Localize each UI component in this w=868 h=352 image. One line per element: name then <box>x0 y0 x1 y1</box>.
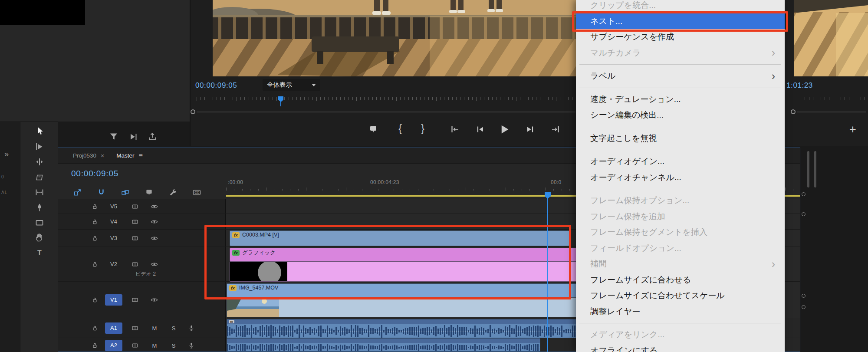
context-menu-item[interactable]: フレームサイズに合わせる <box>576 272 785 288</box>
track-label-v1[interactable]: V1 <box>105 294 122 306</box>
context-menu-item[interactable]: オーディオチャンネル... <box>576 170 785 186</box>
mute-button[interactable]: M <box>150 325 159 331</box>
timeline-tab-master[interactable]: Master≡ <box>116 148 143 163</box>
track-lock-icon[interactable] <box>91 296 99 303</box>
sync-lock-icon[interactable] <box>131 234 139 242</box>
track-select-forward-tool[interactable] <box>33 141 45 152</box>
play-in-to-out-button[interactable] <box>127 130 140 143</box>
scrub-tick <box>324 97 325 100</box>
expand-panel-chevrons-icon[interactable]: » <box>4 150 9 159</box>
hand-tool[interactable] <box>33 231 45 243</box>
context-menu-item[interactable]: フレームサイズに合わせてスケール <box>576 288 785 304</box>
voiceover-record-icon[interactable] <box>187 342 195 349</box>
waveform-bar <box>340 326 341 336</box>
step-back-button[interactable] <box>473 122 487 136</box>
sync-lock-icon[interactable] <box>131 218 139 226</box>
right-monitor-scrub-ruler[interactable] <box>790 95 868 115</box>
context-menu-item[interactable]: 調整レイヤー <box>576 304 785 320</box>
timeline-tab-proj0530[interactable]: Proj0530× <box>73 148 104 163</box>
context-menu-item[interactable]: 速度・デュレーション... <box>576 92 785 108</box>
selection-tool[interactable] <box>33 125 45 137</box>
scrub-tick <box>540 97 540 100</box>
close-tab-icon[interactable]: × <box>101 152 104 159</box>
mute-button[interactable]: M <box>150 342 159 349</box>
track-height-knob[interactable] <box>802 212 806 216</box>
track-lock-icon[interactable] <box>91 218 99 225</box>
track-height-knob[interactable] <box>802 192 806 196</box>
go-to-out-button[interactable] <box>549 122 562 136</box>
captions-button-icon[interactable]: CC <box>192 188 201 197</box>
razor-tool[interactable] <box>33 171 45 183</box>
track-lock-icon[interactable] <box>91 260 99 268</box>
track-output-eye-icon[interactable] <box>150 296 158 304</box>
context-menu-item[interactable]: オフラインにする... <box>576 343 785 352</box>
scrub-tick <box>809 97 809 100</box>
track-lock-icon[interactable] <box>91 342 99 349</box>
track-output-eye-icon[interactable] <box>150 234 158 242</box>
mark-in-button[interactable]: { <box>393 122 407 136</box>
track-label-a2[interactable]: A2 <box>105 340 122 351</box>
rectangle-tool[interactable] <box>33 217 45 228</box>
track-height-knob[interactable] <box>802 294 806 298</box>
zoom-level-dropdown[interactable]: 全体表示 <box>263 79 320 91</box>
menu-item-label: ラベル <box>590 70 615 82</box>
add-marker-button-icon[interactable] <box>145 188 154 197</box>
zoom-handle[interactable] <box>191 109 195 114</box>
waveform-bar <box>494 329 495 334</box>
insert-as-nest-toggle-icon[interactable] <box>73 188 82 197</box>
waveform-bar <box>509 325 510 337</box>
timeline-settings-button-icon[interactable] <box>168 188 178 197</box>
sync-lock-icon[interactable] <box>131 296 139 304</box>
linked-selection-toggle-icon[interactable] <box>121 188 130 197</box>
scrub-tick <box>504 97 504 100</box>
track-label-v4[interactable]: V4 <box>105 216 122 227</box>
mark-out-button[interactable]: } <box>416 122 430 136</box>
context-menu-item[interactable]: ラベル› <box>576 68 785 84</box>
program-scrub-ruler[interactable] <box>190 95 577 115</box>
go-to-in-button[interactable] <box>448 122 462 136</box>
pen-tool[interactable] <box>33 201 45 213</box>
track-output-eye-icon[interactable] <box>150 260 158 268</box>
add-marker-button[interactable] <box>366 122 380 136</box>
track-output-eye-icon[interactable] <box>150 217 158 226</box>
waveform-bar <box>394 327 395 336</box>
button-editor-plus-button[interactable]: + <box>845 122 860 137</box>
solo-button[interactable]: S <box>169 325 178 331</box>
solo-button[interactable]: S <box>169 342 178 349</box>
context-menu-item[interactable]: オーディオゲイン... <box>576 154 785 170</box>
track-output-eye-icon[interactable] <box>150 202 158 211</box>
play-button[interactable] <box>497 122 511 136</box>
clip-audio-a2[interactable] <box>227 338 540 352</box>
context-menu-item[interactable]: シーン編集の検出... <box>576 107 785 123</box>
panel-menu-icon[interactable]: ≡ <box>139 152 143 160</box>
sync-lock-icon[interactable] <box>131 324 139 332</box>
sync-lock-icon[interactable] <box>131 203 139 211</box>
vertical-scrollbar[interactable] <box>807 151 809 188</box>
track-label-v5[interactable]: V5 <box>105 201 122 212</box>
type-tool[interactable]: T <box>33 247 45 258</box>
track-label-v3[interactable]: V3 <box>105 233 122 244</box>
export-frame-button[interactable] <box>146 130 159 143</box>
ripple-edit-tool[interactable] <box>33 156 45 168</box>
track-lock-icon[interactable] <box>91 324 99 332</box>
track-lock-icon[interactable] <box>91 203 99 210</box>
sync-lock-icon[interactable] <box>131 342 139 349</box>
waveform-bar <box>340 345 341 351</box>
snap-toggle-icon[interactable] <box>97 188 106 197</box>
track-lock-icon[interactable] <box>91 234 99 242</box>
track-header-v2: V2ビデオ 2 <box>58 247 226 281</box>
sync-lock-icon[interactable] <box>131 260 139 268</box>
slip-tool[interactable] <box>33 186 45 198</box>
context-menu-item[interactable]: 文字起こしを無視 <box>576 131 785 147</box>
track-label-v2[interactable]: V2 <box>105 259 122 270</box>
waveform-bar <box>392 345 393 349</box>
track-height-knob[interactable] <box>802 305 806 309</box>
waveform-bar <box>322 329 324 334</box>
vertical-scrollbar[interactable] <box>814 151 816 188</box>
filter-button[interactable] <box>107 130 120 143</box>
voiceover-record-icon[interactable] <box>187 324 195 332</box>
step-forward-button[interactable] <box>523 122 537 136</box>
zoom-handle[interactable] <box>791 109 796 114</box>
track-label-a1[interactable]: A1 <box>105 322 122 334</box>
waveform-bar <box>255 345 256 350</box>
